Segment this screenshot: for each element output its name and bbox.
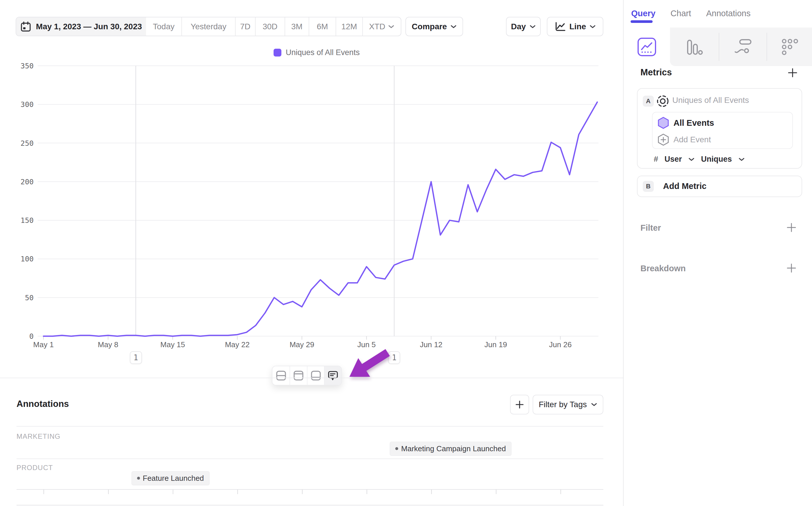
add-event-button[interactable]: Add Event <box>673 135 711 144</box>
annotations-divider <box>16 426 603 427</box>
add-breakdown-plus-icon[interactable] <box>787 263 796 273</box>
annotation-dot-icon <box>137 477 140 480</box>
bottom-divider <box>16 505 603 505</box>
chevron-down-icon[interactable] <box>688 157 695 161</box>
layout-split-middle-icon <box>276 370 286 381</box>
section-divider <box>0 377 623 378</box>
annotation-pill-label: Marketing Campaign Launched <box>401 444 506 453</box>
date-range-label: May 1, 2023 — Jun 30, 2023 <box>36 22 142 31</box>
tab-chart[interactable]: Chart <box>670 9 691 18</box>
mini-timeline-tick <box>496 490 497 494</box>
add-metric-label: Add Metric <box>663 181 707 191</box>
metric-a-badge: A <box>643 96 654 107</box>
annotation-marker-chip-1[interactable]: 1 <box>130 351 142 364</box>
x-axis-tick-label: May 8 <box>98 340 118 349</box>
metrics-heading: Metrics <box>640 67 672 78</box>
calendar-icon <box>20 21 31 32</box>
tab-query[interactable]: Query <box>631 9 655 18</box>
granularity-button[interactable]: Day <box>506 17 541 36</box>
preset-30d[interactable]: 30D <box>255 17 285 36</box>
annotation-pill[interactable]: Marketing Campaign Launched <box>390 442 511 455</box>
mini-timeline-tick <box>367 490 367 494</box>
mini-timeline-tick <box>43 490 44 494</box>
x-axis-tick-label: Jun 26 <box>549 340 572 349</box>
mini-timeline-tick <box>560 490 561 494</box>
metric-scope-icon[interactable] <box>656 94 669 108</box>
y-axis-tick-label: 250 <box>20 139 33 148</box>
chart-type-strip <box>624 27 812 66</box>
bar-chart-tab-icon <box>685 38 703 56</box>
annotations-toggle-button[interactable] <box>324 366 341 385</box>
chart-legend: Uniques of All Events <box>274 48 360 57</box>
compare-label: Compare <box>412 22 447 31</box>
add-metric-plus-icon[interactable] <box>788 68 798 78</box>
pointer-arrow-cursor <box>345 347 395 382</box>
chevron-down-icon <box>591 403 597 407</box>
filter-by-tags-button[interactable]: Filter by Tags <box>533 395 603 414</box>
y-axis-tick-label: 50 <box>25 293 33 302</box>
chart-type-tab-retention[interactable] <box>767 27 812 66</box>
analytics-app: May 1, 2023 — Jun 30, 2023 TodayYesterda… <box>0 0 812 506</box>
preset-yesterday[interactable]: Yesterday <box>181 17 235 36</box>
date-range-button[interactable]: May 1, 2023 — Jun 30, 2023 <box>16 17 146 36</box>
mini-timeline-tick <box>302 490 302 494</box>
tab-annotations[interactable]: Annotations <box>706 9 750 18</box>
mini-timeline-tick <box>173 490 173 494</box>
x-axis-tick-label: May 1 <box>33 340 54 349</box>
x-axis-tick-label: Jun 19 <box>484 340 507 349</box>
preset-12m[interactable]: 12M <box>336 17 362 36</box>
chart-type-tab-line[interactable] <box>624 27 670 66</box>
preset-xtd[interactable]: XTD <box>362 17 401 36</box>
preset-xtd-label: XTD <box>369 22 385 31</box>
layout-split-top-icon <box>293 370 304 381</box>
measured-as-row: # User Uniques <box>654 155 745 164</box>
event-list-card <box>652 112 793 149</box>
y-axis-tick-label: 100 <box>20 255 33 263</box>
event-row-all-events[interactable]: All Events <box>673 118 714 128</box>
line-chart-icon <box>554 21 566 32</box>
chart-type-tab-flow[interactable] <box>719 27 766 66</box>
granularity-label: Day <box>511 22 526 31</box>
annotations-timeline-axis <box>16 489 603 490</box>
x-axis-tick-label: May 29 <box>289 340 314 349</box>
all-events-hexagon-icon <box>657 116 669 129</box>
add-event-hexagon-plus-icon <box>657 133 669 146</box>
number-symbol: # <box>654 155 658 164</box>
breakdown-section-label: Breakdown <box>640 264 686 273</box>
add-filter-plus-icon[interactable] <box>787 223 796 233</box>
metric-name-placeholder[interactable]: Uniques of All Events <box>672 96 749 105</box>
annotations-divider <box>16 458 603 459</box>
preset-3m[interactable]: 3M <box>285 17 308 36</box>
chevron-down-icon[interactable] <box>738 157 745 161</box>
y-axis-tick-label: 0 <box>29 332 33 341</box>
line-chart-tab-icon <box>637 37 656 57</box>
annotation-dot-icon <box>395 447 398 450</box>
filter-by-tags-label: Filter by Tags <box>539 400 587 409</box>
annotations-section-title: Annotations <box>16 399 69 409</box>
plus-icon <box>515 400 524 409</box>
chart-type-button[interactable]: Line <box>547 17 603 36</box>
preset-today[interactable]: Today <box>146 17 181 36</box>
measure-aggregation-dropdown[interactable]: Uniques <box>701 155 732 164</box>
x-axis-tick-label: May 22 <box>225 340 250 349</box>
filter-section-label: Filter <box>640 223 661 233</box>
preset-6m[interactable]: 6M <box>308 17 336 36</box>
measure-entity-dropdown[interactable]: User <box>664 155 682 164</box>
add-annotation-button[interactable] <box>510 395 529 414</box>
chart-type-tab-bar[interactable] <box>671 27 718 66</box>
y-axis-tick-label: 300 <box>20 100 33 109</box>
preset-7d[interactable]: 7D <box>235 17 255 36</box>
x-axis-tick-label: May 15 <box>160 340 185 349</box>
chevron-down-icon <box>590 25 596 29</box>
y-axis-tick-label: 200 <box>20 178 33 186</box>
layout-split-bottom-button[interactable] <box>307 366 324 385</box>
add-metric-card[interactable] <box>637 176 802 197</box>
x-axis-tick-label: Jun 12 <box>420 340 443 349</box>
chart-type-label: Line <box>569 22 586 31</box>
layout-split-top-button[interactable] <box>289 366 307 385</box>
annotation-pill[interactable]: Feature Launched <box>131 471 209 485</box>
line-chart-canvas: 050100150200250300350May 1May 8May 15May… <box>0 0 623 506</box>
compare-button[interactable]: Compare <box>405 17 463 36</box>
layout-split-middle-button[interactable] <box>272 366 289 385</box>
annotation-group-label-marketing: MARKETING <box>16 432 61 440</box>
